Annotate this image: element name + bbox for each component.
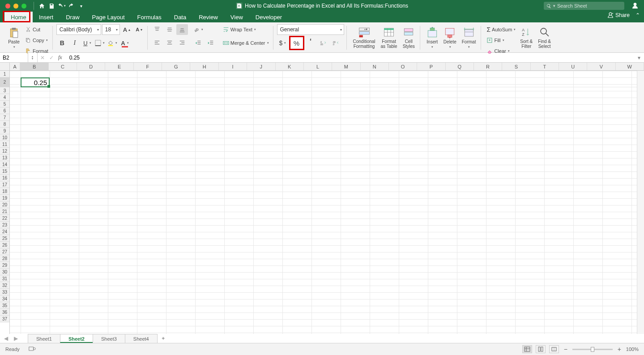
row-header-5[interactable]: 5 [0,101,9,107]
tab-draw[interactable]: Draw [60,12,85,22]
align-middle-button[interactable] [164,24,175,35]
increase-indent-button[interactable] [205,38,217,48]
italic-button[interactable]: I [69,38,81,48]
row-header-17[interactable]: 17 [0,181,9,188]
comma-button[interactable]: ⸯ [305,38,316,48]
sheet-tab-sheet1[interactable]: Sheet1 [28,334,60,343]
increase-decimal-button[interactable]: .0.00 [317,38,329,48]
tab-developer[interactable]: Developer [249,12,288,22]
decrease-decimal-button[interactable]: .00.0 [330,38,341,48]
expand-formula-bar-icon[interactable]: ▾ [634,55,644,61]
format-as-table-button[interactable]: Format as Table [378,24,400,51]
row-header-2[interactable]: 2 [0,77,9,87]
tab-insert[interactable]: Insert [33,12,60,22]
sheet-tab-sheet3[interactable]: Sheet3 [93,334,125,343]
home-icon[interactable] [37,1,47,11]
row-header-13[interactable]: 13 [0,154,9,161]
row-header-32[interactable]: 32 [0,282,9,289]
percent-button[interactable]: % [291,38,303,48]
normal-view-button[interactable] [522,345,532,353]
column-header-e[interactable]: E [105,63,133,70]
tab-review[interactable]: Review [192,12,224,22]
zoom-in-button[interactable]: + [616,346,623,353]
row-header-18[interactable]: 18 [0,188,9,195]
conditional-formatting-button[interactable]: ≡≢Conditional Formatting [350,24,378,51]
row-header-33[interactable]: 33 [0,289,9,295]
zoom-level[interactable]: 100% [626,346,639,352]
autosum-button[interactable]: ΣAutoSum▾ [485,24,517,35]
merge-center-button[interactable]: Merge & Center▾ [221,38,271,48]
copy-button[interactable]: Copy▾ [23,35,50,46]
row-header-16[interactable]: 16 [0,175,9,181]
column-header-n[interactable]: N [361,63,389,70]
column-header-h[interactable]: H [190,63,218,70]
row-header-15[interactable]: 15 [0,168,9,175]
row-header-26[interactable]: 26 [0,242,9,248]
close-window-icon[interactable] [5,4,10,9]
save-icon[interactable] [47,1,56,11]
orientation-button[interactable]: ab▾ [192,24,204,35]
cut-button[interactable]: Cut [23,24,50,35]
collapse-ribbon-icon[interactable]: ⌃ [634,12,641,19]
paste-button[interactable]: Paste ▾ [5,24,22,51]
column-header-v[interactable]: V [587,63,615,70]
column-header-u[interactable]: U [559,63,587,70]
cells-area[interactable]: 0.25 [10,71,644,334]
column-header-m[interactable]: M [332,63,360,70]
column-header-s[interactable]: S [502,63,530,70]
row-header-36[interactable]: 36 [0,309,9,316]
align-bottom-button[interactable] [176,24,188,35]
fill-handle[interactable] [47,85,50,88]
row-header-35[interactable]: 35 [0,302,9,309]
column-header-o[interactable]: O [389,63,417,70]
insert-cells-button[interactable]: Insert▾ [424,24,441,51]
font-size-select[interactable]: 18▾ [102,24,120,35]
column-header-t[interactable]: T [531,63,559,70]
column-header-w[interactable]: W [616,63,644,70]
column-header-a[interactable]: A [10,63,20,70]
row-header-23[interactable]: 23 [0,222,9,228]
row-header-21[interactable]: 21 [0,208,9,215]
tab-data[interactable]: Data [168,12,192,22]
column-header-b[interactable]: B [20,63,48,70]
tab-home[interactable]: Home [4,12,33,22]
row-header-12[interactable]: 12 [0,148,9,154]
fx-icon[interactable]: fx [58,54,62,61]
decrease-indent-button[interactable] [192,38,204,48]
align-right-button[interactable] [176,38,188,48]
format-painter-button[interactable]: Format [23,46,50,56]
sheet-nav-next[interactable]: ▶ [12,334,20,342]
column-header-f[interactable]: F [134,63,162,70]
column-header-q[interactable]: Q [446,63,474,70]
user-icon[interactable] [631,2,639,9]
font-color-button[interactable]: A▾ [119,38,131,48]
vertical-scrollbar[interactable] [637,71,644,334]
tab-view[interactable]: View [224,12,249,22]
column-header-g[interactable]: G [162,63,190,70]
row-header-19[interactable]: 19 [0,195,9,201]
row-header-24[interactable]: 24 [0,228,9,235]
row-header-28[interactable]: 28 [0,255,9,262]
row-header-34[interactable]: 34 [0,295,9,302]
column-header-d[interactable]: D [77,63,105,70]
bold-button[interactable]: B [56,38,68,48]
wrap-text-button[interactable]: Wrap Text▾ [221,24,271,35]
tab-formulas[interactable]: Formulas [131,12,168,22]
formula-input[interactable] [68,55,634,61]
undo-icon[interactable]: ▾ [56,1,66,11]
row-header-11[interactable]: 11 [0,141,9,148]
clear-button[interactable]: Clear▾ [485,46,517,56]
row-header-29[interactable]: 29 [0,262,9,269]
cell-styles-button[interactable]: Cell Styles [400,24,418,51]
find-select-button[interactable]: Find & Select [535,24,554,51]
column-header-k[interactable]: K [276,63,304,70]
row-header-7[interactable]: 7 [0,114,9,121]
zoom-slider[interactable] [572,349,613,350]
row-header-30[interactable]: 30 [0,269,9,275]
align-center-button[interactable] [164,38,175,48]
number-format-select[interactable]: General▾ [277,24,344,35]
active-cell-b2[interactable]: 0.25 [21,77,50,87]
decrease-font-button[interactable]: A▾ [133,24,145,35]
select-all-corner[interactable] [0,63,10,71]
format-cells-button[interactable]: Format▾ [459,24,479,51]
